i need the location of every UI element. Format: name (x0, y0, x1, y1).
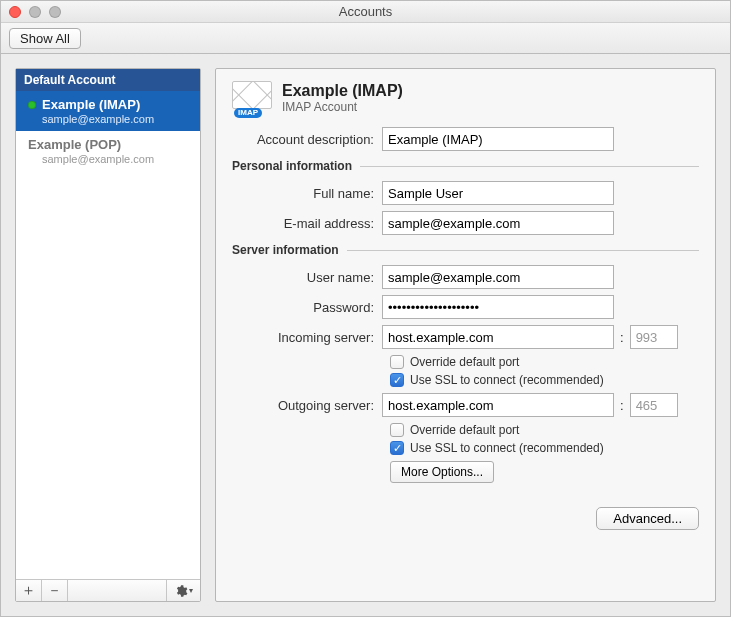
add-account-button[interactable]: ＋ (16, 580, 42, 601)
account-name: Example (POP) (28, 137, 121, 152)
full-name-field[interactable] (382, 181, 614, 205)
label-password: Password: (232, 300, 382, 315)
label-account-description: Account description: (232, 132, 382, 147)
incoming-override-port-checkbox[interactable]: Override default port (390, 355, 699, 369)
incoming-server-field[interactable] (382, 325, 614, 349)
port-separator: : (614, 398, 630, 413)
checkbox-icon (390, 355, 404, 369)
accounts-window: Accounts Show All Default Account Exampl… (0, 0, 731, 617)
panel-header: IMAP Example (IMAP) IMAP Account (232, 81, 699, 115)
password-field[interactable] (382, 295, 614, 319)
window-controls (9, 6, 61, 18)
user-name-field[interactable] (382, 265, 614, 289)
email-field[interactable] (382, 211, 614, 235)
sidebar-section-header: Default Account (16, 69, 200, 91)
account-list: Default Account Example (IMAP) sample@ex… (16, 69, 200, 579)
account-email: sample@example.com (42, 113, 192, 125)
account-item-imap[interactable]: Example (IMAP) sample@example.com (16, 91, 200, 131)
status-online-icon (28, 101, 36, 109)
outgoing-override-port-checkbox[interactable]: Override default port (390, 423, 699, 437)
account-email: sample@example.com (42, 153, 192, 165)
imap-badge: IMAP (234, 108, 262, 118)
incoming-port-field[interactable] (630, 325, 678, 349)
account-item-pop[interactable]: Example (POP) sample@example.com (16, 131, 200, 171)
checkbox-checked-icon: ✓ (390, 441, 404, 455)
zoom-icon[interactable] (49, 6, 61, 18)
label-incoming-server: Incoming server: (232, 330, 382, 345)
incoming-use-ssl-checkbox[interactable]: ✓ Use SSL to connect (recommended) (390, 373, 699, 387)
port-separator: : (614, 330, 630, 345)
label-full-name: Full name: (232, 186, 382, 201)
label-outgoing-server: Outgoing server: (232, 398, 382, 413)
body: Default Account Example (IMAP) sample@ex… (1, 54, 730, 616)
titlebar: Accounts (1, 1, 730, 23)
remove-account-button[interactable]: － (42, 580, 68, 601)
panel-title: Example (IMAP) (282, 82, 403, 100)
section-personal-info: Personal information (232, 159, 360, 173)
advanced-button[interactable]: Advanced... (596, 507, 699, 530)
envelope-icon (232, 81, 272, 109)
checkbox-icon (390, 423, 404, 437)
account-detail-panel: IMAP Example (IMAP) IMAP Account Account… (215, 68, 716, 602)
chevron-down-icon: ▾ (189, 586, 193, 595)
outgoing-use-ssl-checkbox[interactable]: ✓ Use SSL to connect (recommended) (390, 441, 699, 455)
minimize-icon[interactable] (29, 6, 41, 18)
more-options-button[interactable]: More Options... (390, 461, 494, 483)
toolbar: Show All (1, 23, 730, 54)
window-title: Accounts (1, 4, 730, 19)
label-user-name: User name: (232, 270, 382, 285)
checkbox-label: Use SSL to connect (recommended) (410, 373, 604, 387)
panel-subtitle: IMAP Account (282, 100, 403, 114)
outgoing-port-field[interactable] (630, 393, 678, 417)
show-all-button[interactable]: Show All (9, 28, 81, 49)
section-server-info: Server information (232, 243, 347, 257)
account-sidebar: Default Account Example (IMAP) sample@ex… (15, 68, 201, 602)
mail-icon: IMAP (232, 81, 272, 115)
checkbox-label: Override default port (410, 355, 519, 369)
account-name: Example (IMAP) (42, 97, 140, 112)
gear-icon (174, 584, 188, 598)
outgoing-server-field[interactable] (382, 393, 614, 417)
close-icon[interactable] (9, 6, 21, 18)
checkbox-label: Use SSL to connect (recommended) (410, 441, 604, 455)
sidebar-footer: ＋ － ▾ (16, 579, 200, 601)
checkbox-checked-icon: ✓ (390, 373, 404, 387)
account-actions-menu[interactable]: ▾ (166, 580, 200, 601)
account-description-field[interactable] (382, 127, 614, 151)
checkbox-label: Override default port (410, 423, 519, 437)
label-email: E-mail address: (232, 216, 382, 231)
